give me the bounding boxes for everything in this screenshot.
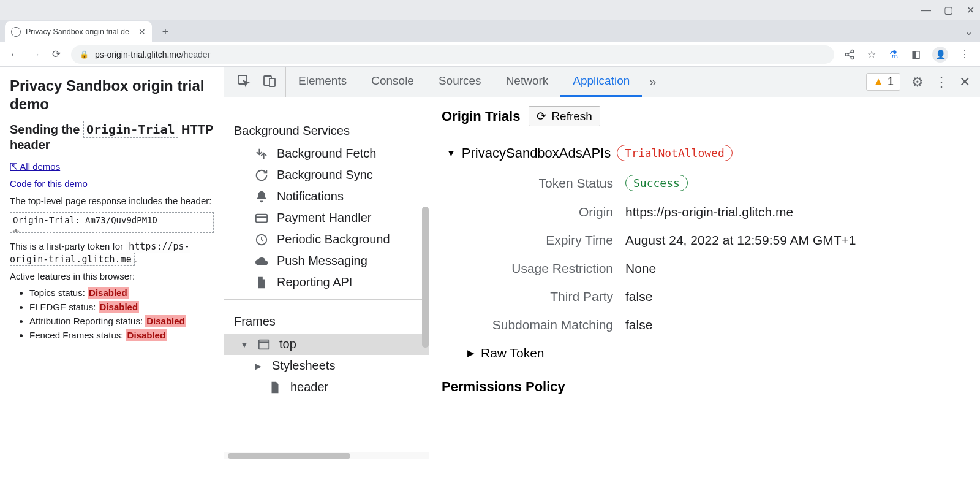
devtools-panel: Elements Console Sources Network Applica…	[224, 67, 980, 488]
sidebar-item-push[interactable]: Push Messaging	[224, 250, 429, 272]
close-window-button[interactable]: ✕	[965, 6, 975, 15]
all-demos-link[interactable]: ⇱ All demos	[10, 161, 60, 172]
trial-entry[interactable]: ▼ PrivacySandboxAdsAPIs TrialNotAllowed	[447, 145, 968, 161]
address-bar[interactable]: 🔒 ps-origin-trial.glitch.me/header	[71, 45, 834, 64]
devtools-menu-icon[interactable]: ⋮	[935, 74, 948, 90]
svg-rect-11	[259, 340, 270, 349]
close-tab-icon[interactable]: ✕	[138, 27, 146, 37]
tab-network[interactable]: Network	[494, 67, 561, 97]
svg-rect-7	[270, 78, 275, 86]
detail-value: None	[625, 261, 656, 276]
back-button[interactable]: ←	[9, 48, 21, 61]
list-item: Topics status: Disabled	[29, 288, 214, 298]
sidebar-section: Background Services	[224, 115, 429, 143]
tab-title: Privacy Sandbox origin trial de	[26, 28, 134, 36]
detail-label: Origin	[466, 205, 625, 219]
svg-line-3	[848, 51, 851, 53]
chrome-menu-icon[interactable]: ⋮	[959, 49, 970, 60]
chevron-right-icon: ▶	[255, 361, 263, 371]
svg-point-2	[851, 56, 854, 59]
profile-avatar[interactable]: 👤	[932, 47, 948, 63]
tab-elements[interactable]: Elements	[286, 67, 359, 97]
detail-label: Token Status	[466, 176, 625, 191]
list-item: Fenced Frames status: Disabled	[29, 330, 214, 340]
share-icon[interactable]	[844, 49, 855, 60]
status-badge: Disabled	[88, 287, 129, 299]
page-paragraph: Active features in this browser:	[10, 270, 214, 283]
tab-application[interactable]: Application	[560, 67, 642, 97]
sidebar-item-payment[interactable]: Payment Handler	[224, 207, 429, 229]
side-panel-icon[interactable]: ◧	[910, 49, 921, 60]
devtools-tab-bar: Elements Console Sources Network Applica…	[224, 67, 980, 97]
trial-status-badge: TrialNotAllowed	[617, 145, 733, 161]
page-h1: Privacy Sandbox origin trial demo	[10, 77, 214, 113]
feature-list: Topics status: Disabled FLEDGE status: D…	[10, 288, 214, 340]
page-h2: Sending the Origin-Trial HTTP header	[10, 122, 214, 153]
sidebar-item-reporting[interactable]: Reporting API	[224, 272, 429, 293]
document-icon	[255, 276, 268, 289]
bookmark-icon[interactable]: ☆	[866, 49, 877, 60]
window-controls: — ▢ ✕	[0, 0, 980, 20]
chevron-down-icon: ▼	[447, 148, 456, 158]
status-badge: Disabled	[145, 315, 186, 327]
raw-token-toggle[interactable]: ▶Raw Token	[467, 346, 968, 360]
globe-icon	[11, 27, 21, 37]
frame-header[interactable]: header	[224, 376, 429, 398]
forward-button[interactable]: →	[29, 48, 42, 61]
minimize-button[interactable]: —	[921, 6, 931, 15]
token-status-badge: Success	[625, 175, 688, 191]
frame-top[interactable]: ▼top	[224, 334, 429, 355]
maximize-button[interactable]: ▢	[943, 6, 953, 15]
document-icon	[268, 381, 282, 394]
issues-badge[interactable]: ▲ 1	[866, 73, 900, 91]
more-tabs-icon[interactable]: »	[642, 67, 663, 97]
refresh-button[interactable]: ⟳Refresh	[529, 106, 600, 126]
detail-value: https://ps-origin-trial.glitch.me	[625, 205, 793, 219]
cloud-icon	[255, 254, 268, 268]
tab-sources[interactable]: Sources	[426, 67, 494, 97]
list-item: FLEDGE status: Disabled	[29, 302, 214, 312]
toolbar: ← → ⟳ 🔒 ps-origin-trial.glitch.me/header…	[0, 42, 980, 67]
permissions-policy-title: Permissions Policy	[442, 379, 968, 395]
tab-console[interactable]: Console	[359, 67, 426, 97]
inspect-element-icon[interactable]	[236, 74, 251, 91]
sidebar-item-bg-fetch[interactable]: Background Fetch	[224, 143, 429, 164]
detail-value: August 24, 2022 at 12:59:59 AM GMT+1	[625, 233, 856, 248]
application-sidebar[interactable]: Background Services Background Fetch Bac…	[224, 97, 429, 488]
lock-icon: 🔒	[80, 50, 89, 59]
sidebar-item-notifications[interactable]: Notifications	[224, 186, 429, 207]
sidebar-item-periodic[interactable]: Periodic Background	[224, 229, 429, 250]
device-toolbar-icon[interactable]	[262, 74, 277, 91]
horizontal-scrollbar[interactable]	[224, 452, 429, 459]
reload-button[interactable]: ⟳	[50, 48, 62, 61]
code-link[interactable]: Code for this demo	[10, 178, 88, 189]
detail-label: Subdomain Matching	[466, 318, 625, 332]
svg-rect-8	[256, 214, 267, 222]
new-tab-button[interactable]: +	[157, 23, 174, 40]
card-icon	[255, 212, 268, 225]
page-content: Privacy Sandbox origin trial demo Sendin…	[0, 67, 224, 488]
close-devtools-icon[interactable]: ✕	[959, 74, 970, 90]
scrollbar-thumb[interactable]	[422, 207, 429, 348]
sidebar-section: Frames	[224, 306, 429, 334]
page-paragraph: This is a first-party token for https://…	[10, 240, 214, 265]
detail-value: false	[625, 318, 652, 332]
window-icon	[257, 338, 271, 351]
fetch-icon	[255, 147, 268, 161]
detail-label: Third Party	[466, 289, 625, 304]
sidebar-item-bg-sync[interactable]: Background Sync	[224, 164, 429, 186]
trial-details: Token StatusSuccess Originhttps://ps-ori…	[466, 175, 968, 332]
detail-label: Usage Restriction	[466, 261, 625, 276]
status-badge: Disabled	[99, 301, 140, 313]
browser-tab[interactable]: Privacy Sandbox origin trial de ✕	[5, 21, 152, 42]
settings-icon[interactable]: ⚙	[911, 74, 924, 90]
tab-search-button[interactable]: ⌄	[965, 26, 973, 37]
application-main: Origin Trials ⟳Refresh ▼ PrivacySandboxA…	[429, 97, 980, 488]
refresh-icon: ⟳	[537, 109, 546, 123]
issues-count: 1	[888, 75, 894, 88]
detail-label: Expiry Time	[466, 233, 625, 248]
sync-icon	[255, 169, 268, 182]
frame-stylesheets[interactable]: ▶Stylesheets	[224, 355, 429, 376]
code-block[interactable]: Origin-Trial: Am73/Quv9dPM1D	[10, 212, 214, 233]
labs-icon[interactable]: ⚗	[888, 49, 899, 60]
